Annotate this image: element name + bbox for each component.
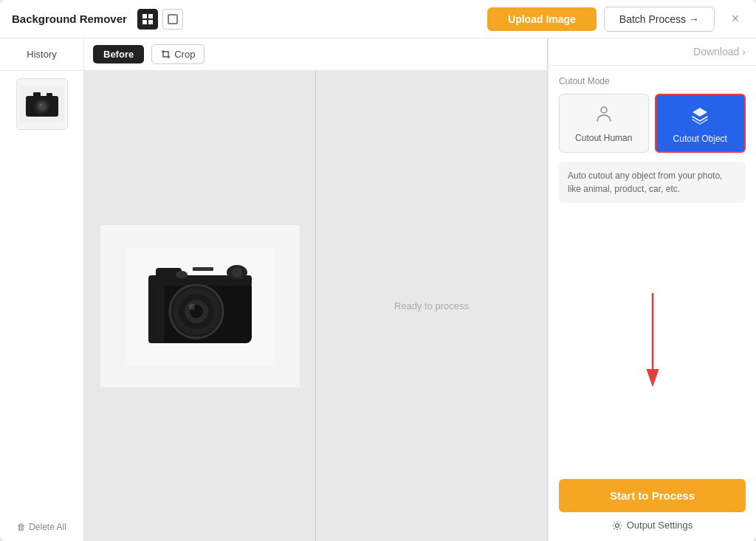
svg-rect-3 (148, 20, 153, 24)
workspace: Before Crop (84, 38, 548, 541)
svg-point-29 (601, 107, 607, 113)
sidebar: History 🗑 (0, 38, 84, 541)
chevron-right-icon: › (742, 46, 746, 58)
mode-description: Auto cutout any object from your photo, … (559, 162, 746, 203)
grid-view-btn[interactable] (137, 9, 158, 30)
person-icon (594, 105, 614, 128)
trash-icon: 🗑 (17, 522, 26, 532)
svg-rect-1 (148, 14, 153, 18)
cutout-human-label: Cutout Human (575, 133, 632, 143)
svg-rect-11 (33, 92, 41, 97)
app-title: Background Remover (12, 13, 127, 25)
gear-icon (612, 520, 622, 531)
view-toggle (137, 9, 183, 30)
output-settings-label: Output Settings (627, 520, 693, 531)
download-button[interactable]: Download › (693, 46, 746, 58)
cutout-human-button[interactable]: Cutout Human (559, 94, 649, 153)
right-panel: Download › Cutout Mode Cutout Human (548, 38, 756, 541)
title-bar: Background Remover Upload Image Batch Pr… (0, 0, 756, 38)
svg-rect-28 (193, 267, 213, 271)
svg-point-18 (232, 267, 242, 278)
crop-icon (161, 49, 171, 60)
cutout-mode-label: Cutout Mode (559, 76, 746, 86)
single-view-btn[interactable] (162, 9, 183, 30)
before-label: Before (93, 45, 144, 63)
svg-rect-26 (148, 280, 165, 343)
down-arrow (630, 286, 675, 389)
svg-point-9 (38, 103, 46, 110)
delete-all-label: Delete All (29, 522, 66, 532)
ready-text: Ready to process (394, 300, 469, 311)
main-body: History 🗑 (0, 38, 756, 541)
history-label: History (0, 38, 83, 71)
app-window: Background Remover Upload Image Batch Pr… (0, 0, 756, 541)
svg-rect-0 (142, 14, 147, 18)
right-toolbar: Download › (549, 38, 756, 66)
history-item[interactable] (16, 78, 68, 130)
arrow-area (559, 213, 746, 461)
batch-process-button[interactable]: Batch Process → (604, 7, 715, 32)
camera-thumbnail (20, 82, 64, 126)
layers-icon (690, 106, 709, 129)
svg-point-27 (176, 271, 188, 278)
crop-button[interactable]: Crop (151, 44, 205, 64)
svg-point-24 (189, 304, 195, 310)
svg-rect-2 (142, 20, 147, 24)
image-panels: Ready to process (84, 71, 547, 541)
close-button[interactable]: × (726, 10, 744, 28)
cutout-object-button[interactable]: Cutout Object (655, 94, 746, 153)
process-section: Start to Process Output Settings (549, 472, 756, 541)
cutout-object-label: Cutout Object (673, 134, 727, 144)
svg-rect-12 (47, 93, 52, 97)
after-panel: Ready to process (316, 71, 547, 541)
svg-point-32 (615, 523, 619, 527)
before-panel (84, 71, 316, 541)
right-content: Cutout Mode Cutout Human (549, 66, 756, 472)
before-image-box (100, 225, 300, 387)
mode-buttons: Cutout Human Cutout Object (559, 94, 746, 153)
svg-point-10 (39, 104, 41, 106)
camera-image (126, 247, 274, 365)
output-settings-button[interactable]: Output Settings (559, 520, 746, 531)
svg-rect-4 (168, 15, 177, 24)
workspace-toolbar: Before Crop (84, 38, 547, 71)
start-process-button[interactable]: Start to Process (559, 479, 746, 512)
download-label: Download (693, 46, 739, 58)
upload-button[interactable]: Upload Image (487, 7, 597, 31)
delete-all-button[interactable]: 🗑 Delete All (0, 513, 83, 541)
